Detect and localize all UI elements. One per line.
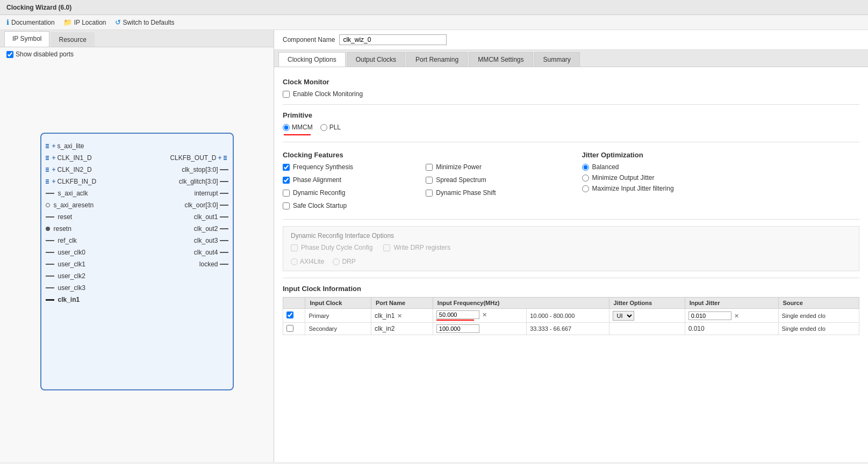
port-clkfb-in-d: + CLKFB_IN_D clk_glitch[3:0] (41, 176, 233, 187)
maximize-input-jitter-radio[interactable] (582, 185, 589, 192)
show-disabled-checkbox[interactable] (6, 51, 13, 58)
dynamic-phase-shift-row: Dynamic Phase Shift (426, 189, 560, 197)
balanced-row: Balanced (582, 163, 860, 171)
primitive-radio-group: MMCM PLL (283, 124, 859, 135)
table-row-secondary: Secondary clk_in2 33.333 - 66.667 0.010 … (283, 323, 859, 335)
secondary-row-checkbox[interactable] (286, 325, 293, 332)
tab-output-clocks[interactable]: Output Clocks (347, 52, 405, 67)
write-drp-row: Write DRP registers (383, 244, 450, 251)
minimize-output-jitter-row: Minimize Output Jitter (582, 174, 860, 182)
axi4lite-radio-label: AXI4Lite (291, 258, 324, 265)
info-icon: ℹ (6, 18, 9, 26)
minimize-output-jitter-radio[interactable] (582, 175, 589, 182)
phase-alignment-checkbox[interactable] (283, 177, 290, 184)
mmcm-underline (284, 134, 311, 135)
phase-alignment-row: Phase Alignment (283, 176, 417, 184)
th-checkbox (283, 298, 305, 309)
clocking-features-col: Clocking Features Frequency Synthesis Mi… (283, 149, 561, 213)
secondary-freq-range-cell: 33.333 - 66.667 (527, 323, 609, 335)
mmcm-radio[interactable] (283, 124, 290, 131)
dynamic-reconfig-interface-title: Dynamic Reconfig Interface Options (291, 232, 851, 240)
th-frequency: Input Frequency(MHz) (433, 298, 609, 309)
dynamic-phase-shift-checkbox[interactable] (426, 190, 433, 197)
primary-jitter-select[interactable]: UI ps (613, 311, 634, 321)
table-row-primary: Primary clk_in1 ✕ ✕ 10.000 - (283, 309, 859, 323)
safe-clock-startup-checkbox[interactable] (283, 202, 290, 209)
th-port-name: Port Name (371, 298, 433, 309)
th-jitter-options: Jitter Options (609, 298, 685, 309)
minimize-power-row: Minimize Power (426, 163, 560, 171)
write-drp-label: Write DRP registers (393, 244, 450, 251)
primary-source-cell: Single ended clo (778, 309, 859, 323)
dynamic-reconfig-label: Dynamic Reconfig (293, 189, 345, 197)
primary-jitter-clear-button[interactable]: ✕ (733, 313, 740, 320)
maximize-input-jitter-row: Maximize Input Jitter filtering (582, 185, 860, 192)
switch-defaults-label: Switch to Defaults (123, 19, 175, 26)
toolbar: ℹ Documentation 📁 IP Location ↺ Switch t… (0, 15, 868, 30)
balanced-radio[interactable] (582, 164, 589, 171)
maximize-input-jitter-label: Maximize Input Jitter filtering (592, 185, 674, 192)
write-drp-checkbox (383, 244, 390, 251)
component-name-label: Component Name (283, 36, 335, 44)
switch-defaults-button[interactable]: ↺ Switch to Defaults (115, 18, 175, 26)
tab-clocking-options[interactable]: Clocking Options (278, 52, 346, 67)
enable-clock-monitoring-checkbox[interactable] (283, 91, 290, 98)
component-name-input[interactable] (339, 34, 447, 45)
tab-mmcm-settings[interactable]: MMCM Settings (469, 52, 533, 67)
safe-clock-startup-label: Safe Clock Startup (293, 202, 347, 209)
primary-freq-clear-button[interactable]: ✕ (481, 311, 488, 318)
primary-input-jitter-input[interactable] (688, 311, 731, 320)
spread-spectrum-checkbox[interactable] (426, 177, 433, 184)
title-bar: Clocking Wizard (6.0) (0, 0, 868, 15)
right-tabs: Clocking Options Output Clocks Port Rena… (274, 50, 868, 67)
port-user-clk3: user_clk3 (41, 282, 233, 294)
primary-freq-underline (436, 320, 474, 321)
enable-clock-monitoring-label: Enable Clock Monitoring (293, 90, 363, 98)
jitter-optimization-title: Jitter Optimization (582, 151, 860, 159)
primitive-title: Primitive (283, 111, 859, 119)
dynamic-reconfig-section: Dynamic Reconfig Interface Options Phase… (283, 226, 859, 271)
primary-frequency-input[interactable] (436, 310, 479, 319)
app-title: Clocking Wizard (6.0) (6, 4, 71, 11)
features-jitter-grid: Clocking Features Frequency Synthesis Mi… (283, 149, 859, 213)
ip-location-button[interactable]: 📁 IP Location (63, 18, 106, 26)
input-clock-table: Input Clock Port Name Input Frequency(MH… (283, 297, 859, 335)
tab-summary[interactable]: Summary (534, 52, 580, 67)
balanced-label: Balanced (592, 163, 619, 171)
secondary-checkbox-cell (283, 323, 305, 335)
component-name-bar: Component Name (274, 30, 868, 50)
right-panel: Component Name Clocking Options Output C… (274, 30, 868, 462)
dynamic-reconfig-checkbox[interactable] (283, 190, 290, 197)
pll-radio[interactable] (320, 124, 327, 131)
jitter-optimization-col: Jitter Optimization Balanced Minimize Ou… (582, 149, 860, 213)
show-disabled-row: Show disabled ports (0, 47, 274, 61)
spread-spectrum-row: Spread Spectrum (426, 176, 560, 184)
primary-checkbox-cell (283, 309, 305, 323)
port-reset: reset clk_out1 (41, 211, 233, 223)
documentation-label: Documentation (11, 19, 55, 26)
tab-port-renaming[interactable]: Port Renaming (406, 52, 468, 67)
primary-input-clock-cell: Primary (305, 309, 371, 323)
documentation-button[interactable]: ℹ Documentation (6, 18, 55, 26)
secondary-input-clock-cell: Secondary (305, 323, 371, 335)
symbol-box: + s_axi_lite + CLK_IN1_D CLKFB_OUT_D + (40, 133, 234, 390)
dynamic-phase-shift-label: Dynamic Phase Shift (436, 189, 496, 197)
spread-spectrum-label: Spread Spectrum (436, 176, 486, 184)
ip-location-label: IP Location (74, 19, 106, 26)
phase-duty-cycle-label: Phase Duty Cycle Config (301, 244, 372, 251)
secondary-frequency-input[interactable] (436, 324, 479, 333)
secondary-source-cell: Single ended clo (778, 323, 859, 335)
primary-row-checkbox[interactable] (286, 311, 293, 318)
tab-ip-symbol[interactable]: IP Symbol (4, 31, 49, 47)
ip-symbol-area: + s_axi_lite + CLK_IN1_D CLKFB_OUT_D + (0, 61, 274, 462)
minimize-power-checkbox[interactable] (426, 164, 433, 171)
show-disabled-label: Show disabled ports (16, 50, 74, 58)
tab-resource[interactable]: Resource (51, 32, 94, 47)
th-input-clock: Input Clock (305, 298, 371, 309)
primary-port-clear-button[interactable]: ✕ (396, 313, 403, 320)
clock-monitor-title: Clock Monitor (283, 78, 859, 86)
primary-freq-range-cell: 10.000 - 800.000 (527, 309, 609, 323)
freq-synthesis-checkbox[interactable] (283, 164, 290, 171)
phase-duty-cycle-checkbox (291, 244, 298, 251)
main-content: IP Symbol Resource Show disabled ports +… (0, 30, 868, 462)
